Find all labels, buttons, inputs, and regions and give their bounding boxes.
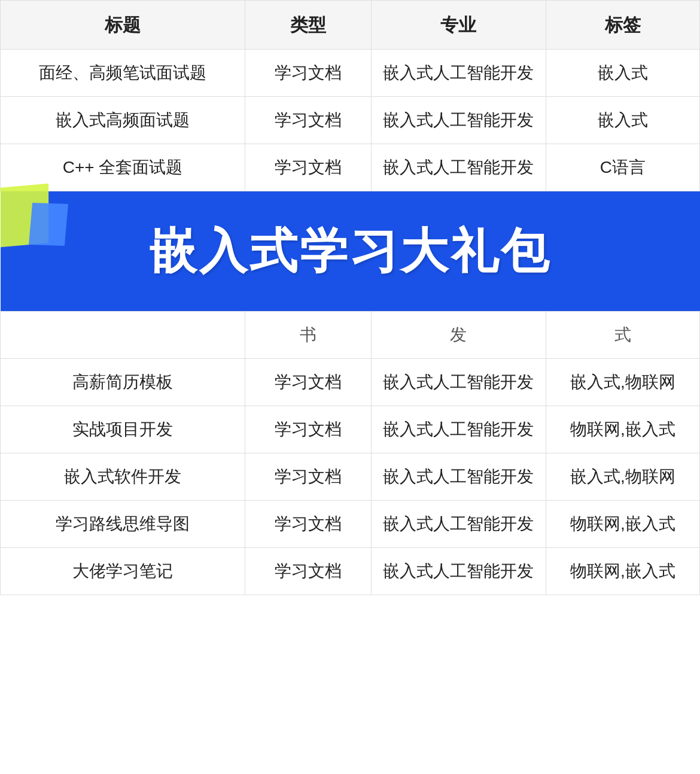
row-tag: 嵌入式 [546, 50, 699, 97]
table-row: 面经、高频笔试面试题 学习文档 嵌入式人工智能开发 嵌入式 [1, 50, 700, 97]
header-type: 类型 [245, 1, 371, 50]
content-table: 标题 类型 专业 标签 面经、高频笔试面试题 学习文档 嵌入式人工智能开发 嵌入… [0, 0, 700, 595]
row-tag: 嵌入式,物联网 [546, 453, 699, 501]
row-major: 嵌入式人工智能开发 [371, 50, 546, 97]
header-title: 标题 [1, 1, 245, 50]
banner-cell: 嵌入式学习大礼包 [1, 191, 700, 312]
row-tag: C语言 [546, 144, 699, 191]
row-tag: 物联网,嵌入式 [546, 406, 699, 453]
row-type: 学习文档 [245, 97, 371, 144]
table-header: 标题 类型 专业 标签 [1, 1, 700, 50]
row-type: 学习文档 [245, 453, 371, 501]
header-tag: 标签 [546, 1, 699, 50]
blue-sticky [29, 203, 68, 246]
row-type: 学习文档 [245, 359, 371, 406]
partial-major: 发 [371, 312, 546, 359]
row-title: 面经、高频笔试面试题 [1, 50, 245, 97]
partial-title [1, 312, 245, 359]
table-row: 嵌入式高频面试题 学习文档 嵌入式人工智能开发 嵌入式 [1, 97, 700, 144]
table-row: 实战项目开发 学习文档 嵌入式人工智能开发 物联网,嵌入式 [1, 406, 700, 453]
partial-type: 书 [245, 312, 371, 359]
row-type: 学习文档 [245, 406, 371, 453]
header-major: 专业 [371, 1, 546, 50]
table-row: 大佬学习笔记 学习文档 嵌入式人工智能开发 物联网,嵌入式 [1, 548, 700, 595]
partial-row: 书 发 式 [1, 312, 700, 359]
row-type: 学习文档 [245, 501, 371, 548]
row-type: 学习文档 [245, 50, 371, 97]
table-row: 嵌入式软件开发 学习文档 嵌入式人工智能开发 嵌入式,物联网 [1, 453, 700, 501]
row-title: 高薪简历模板 [1, 359, 245, 406]
row-title: 嵌入式软件开发 [1, 453, 245, 501]
row-major: 嵌入式人工智能开发 [371, 501, 546, 548]
row-major: 嵌入式人工智能开发 [371, 548, 546, 595]
banner-row: 嵌入式学习大礼包 [1, 191, 700, 312]
table-row: 高薪简历模板 学习文档 嵌入式人工智能开发 嵌入式,物联网 [1, 359, 700, 406]
banner-text: 嵌入式学习大礼包 [149, 215, 551, 287]
table-row: C++ 全套面试题 学习文档 嵌入式人工智能开发 C语言 [1, 144, 700, 191]
table-row: 学习路线思维导图 学习文档 嵌入式人工智能开发 物联网,嵌入式 [1, 501, 700, 548]
row-major: 嵌入式人工智能开发 [371, 406, 546, 453]
row-tag: 嵌入式 [546, 97, 699, 144]
row-tag: 物联网,嵌入式 [546, 548, 699, 595]
row-type: 学习文档 [245, 144, 371, 191]
row-title: 大佬学习笔记 [1, 548, 245, 595]
row-tag: 物联网,嵌入式 [546, 501, 699, 548]
row-major: 嵌入式人工智能开发 [371, 359, 546, 406]
row-type: 学习文档 [245, 548, 371, 595]
banner-background: 嵌入式学习大礼包 [1, 191, 700, 311]
row-title: 实战项目开发 [1, 406, 245, 453]
row-major: 嵌入式人工智能开发 [371, 144, 546, 191]
main-container: 标题 类型 专业 标签 面经、高频笔试面试题 学习文档 嵌入式人工智能开发 嵌入… [0, 0, 700, 595]
row-title: 学习路线思维导图 [1, 501, 245, 548]
row-major: 嵌入式人工智能开发 [371, 453, 546, 501]
partial-tag: 式 [546, 312, 699, 359]
row-title: 嵌入式高频面试题 [1, 97, 245, 144]
row-major: 嵌入式人工智能开发 [371, 97, 546, 144]
row-tag: 嵌入式,物联网 [546, 359, 699, 406]
